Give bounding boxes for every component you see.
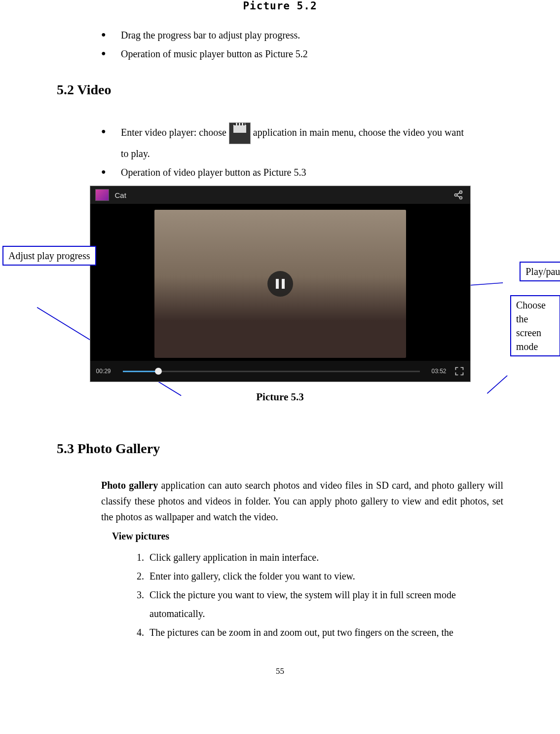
progress-thumb[interactable] — [155, 368, 162, 375]
callout-adjust-progress: Adjust play progress — [2, 246, 96, 266]
view-pictures-steps: Click gallery application in main interf… — [101, 548, 503, 642]
svg-line-7 — [457, 195, 460, 197]
share-icon[interactable] — [453, 190, 463, 200]
callout-screen-mode: Choose the screen mode — [510, 295, 560, 356]
gallery-intro-paragraph: Photo gallery application can auto searc… — [101, 477, 503, 525]
progress-bar[interactable] — [123, 371, 420, 372]
page-number: 55 — [57, 666, 503, 676]
music-player-bullets: Drag the progress bar to adjust play pro… — [57, 26, 503, 63]
video-title: Cat — [115, 191, 126, 199]
video-player-app-icon — [229, 122, 251, 144]
bullet-music-operation: Operation of music player button as Pict… — [101, 44, 503, 63]
figure-caption-5-2: Picture 5.2 — [57, 0, 503, 12]
callout-play-pause: Play/pause — [520, 262, 560, 281]
heading-5-2-video: 5.2 Video — [57, 82, 503, 98]
step-1: Click gallery application in main interf… — [147, 548, 503, 567]
text-after-icon: application in main menu, choose the vid… — [253, 127, 464, 138]
subhead-view-pictures: View pictures — [112, 531, 503, 542]
step-3: Click the picture you want to view, the … — [147, 585, 503, 623]
gallery-name-bold: Photo gallery — [101, 480, 158, 491]
svg-point-3 — [459, 191, 462, 193]
gallery-back-icon[interactable] — [95, 189, 109, 201]
heading-5-3-gallery: 5.3 Photo Gallery — [57, 441, 503, 457]
step-4: The pictures can be zoom in and zoom out… — [147, 623, 503, 642]
bullet-continue: to play. — [121, 144, 503, 163]
step-2: Enter into gallery, click the folder you… — [147, 567, 503, 585]
video-bottom-bar: 00:29 03:52 — [90, 361, 470, 382]
time-current: 00:29 — [96, 368, 116, 375]
text-before-icon: Enter video player: choose — [121, 127, 229, 138]
svg-point-5 — [459, 196, 462, 199]
video-player-screenshot: Cat 00:29 03:52 — [90, 186, 471, 382]
svg-point-4 — [454, 194, 457, 196]
time-total: 03:52 — [427, 368, 447, 375]
video-top-bar: Cat — [90, 186, 470, 204]
figure-caption-5-3: Picture 5.3 — [57, 391, 503, 403]
video-frame-area — [90, 204, 470, 364]
bullet-drag-progress: Drag the progress bar to adjust play pro… — [101, 26, 503, 44]
svg-line-6 — [457, 193, 460, 194]
video-figure-wrap: Adjust play progress Play/pause Choose t… — [57, 186, 503, 382]
play-pause-button[interactable] — [267, 271, 293, 297]
gallery-intro-text: application can auto search photos and v… — [101, 480, 503, 522]
screen-mode-icon[interactable] — [454, 366, 464, 376]
bullet-video-operation: Operation of video player button as Pict… — [101, 163, 503, 182]
bullet-enter-video-player: Enter video player: choose application i… — [101, 122, 503, 163]
